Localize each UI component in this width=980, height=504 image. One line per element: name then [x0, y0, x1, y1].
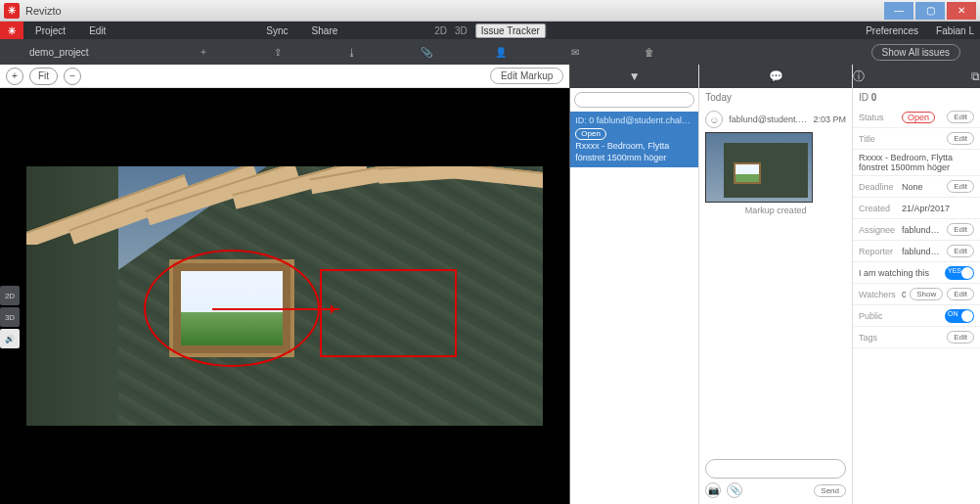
issue-id-line: ID: 0 fablund@student.chal…: [575, 115, 693, 127]
zoom-out-button[interactable]: −: [64, 68, 81, 85]
add-icon[interactable]: ＋: [196, 44, 211, 60]
trash-icon[interactable]: 🗑: [642, 44, 657, 60]
window-maximize-button[interactable]: ▢: [915, 2, 945, 20]
issue-card[interactable]: ID: 0 fablund@student.chal… Open Rxxxx -…: [570, 112, 698, 167]
breadcrumb[interactable]: demo_project: [0, 47, 89, 58]
menu-project[interactable]: Project: [23, 22, 77, 39]
date-header: Today: [699, 88, 852, 107]
watching-toggle[interactable]: YES: [945, 266, 974, 280]
thread-thumbnail[interactable]: [705, 132, 813, 203]
tags-edit-button[interactable]: Edit: [947, 331, 974, 344]
watchers-edit-button[interactable]: Edit: [947, 288, 974, 300]
menu-preferences[interactable]: Preferences: [866, 25, 918, 36]
markup-rectangle: [320, 269, 457, 357]
brand-logo[interactable]: ✳: [0, 22, 23, 39]
status-edit-button[interactable]: Edit: [947, 111, 974, 123]
issue-title: Rxxxx - Bedroom, Flytta fönstret 1500mm …: [575, 141, 693, 163]
view-2d-toggle[interactable]: 2D: [0, 286, 20, 305]
mail-icon[interactable]: ✉: [567, 44, 583, 60]
issue-tracker-tab[interactable]: Issue Tracker: [475, 23, 546, 38]
menu-share[interactable]: Share: [300, 22, 350, 39]
deadline-label: Deadline: [859, 182, 898, 192]
issue-status-pill: Open: [575, 128, 606, 140]
status-value: Open: [902, 112, 935, 123]
public-toggle[interactable]: ON: [945, 309, 974, 323]
assignee-edit-button[interactable]: Edit: [947, 223, 974, 236]
thread-time: 2:03 PM: [813, 115, 846, 124]
menu-edit[interactable]: Edit: [77, 22, 117, 39]
watching-label: I am watching this: [859, 268, 941, 278]
assignee-label: Assignee: [859, 225, 898, 235]
status-label: Status: [859, 113, 898, 122]
view-3d-toggle[interactable]: 3D: [0, 307, 20, 327]
app-brand-glyph: ✳: [8, 5, 16, 16]
chat-icon[interactable]: 💬: [769, 69, 783, 83]
camera-icon[interactable]: 📷: [705, 482, 721, 498]
reporter-value: fablund@student.chalmers.se: [902, 247, 943, 256]
assign-icon[interactable]: 👤: [493, 44, 509, 60]
send-button[interactable]: Send: [814, 484, 846, 497]
view-sound-toggle[interactable]: 🔊: [0, 329, 20, 348]
viewer-pane: + Fit − Edit Markup 2D 3D 🔊: [0, 65, 569, 504]
thread-user: fablund@student.chal…: [729, 115, 807, 124]
right-panel: ▼ ID: 0 fablund@student.chal… Open Rxxxx…: [569, 65, 980, 504]
watchers-show-button[interactable]: Show: [910, 288, 943, 300]
issue-search-input[interactable]: [574, 92, 694, 108]
window-titlebar: ✳ Revizto — ▢ ✕: [0, 0, 980, 22]
created-value: 21/Apr/2017: [902, 204, 974, 213]
window-title: Revizto: [25, 5, 62, 17]
menu-bar: ✳ Project Edit Sync Share 2D 3D Issue Tr…: [0, 22, 980, 39]
detail-id-header: ID 0: [853, 88, 980, 107]
3d-scene[interactable]: [26, 166, 543, 426]
deadline-edit-button[interactable]: Edit: [947, 180, 974, 193]
markup-arrow: [212, 308, 339, 310]
public-label: Public: [859, 311, 898, 321]
created-label: Created: [859, 204, 898, 213]
show-all-issues-button[interactable]: Show All issues: [871, 44, 960, 61]
title-value: Rxxxx - Bedroom, Flytta fönstret 1500mm …: [859, 153, 974, 172]
title-edit-button[interactable]: Edit: [947, 132, 974, 145]
filter-icon[interactable]: ▼: [629, 69, 641, 83]
message-input[interactable]: [705, 459, 846, 479]
tags-label: Tags: [859, 333, 898, 343]
thumb-caption: Markup created: [699, 203, 852, 218]
watchers-label: Watchers: [859, 290, 898, 299]
title-label: Title: [859, 134, 898, 144]
reporter-label: Reporter: [859, 247, 898, 256]
current-user[interactable]: Fabian L: [936, 25, 974, 36]
window-close-button[interactable]: ✕: [947, 2, 976, 20]
mode-2d[interactable]: 2D: [434, 25, 447, 36]
zoom-in-button[interactable]: +: [6, 68, 23, 85]
watchers-value: 0: [902, 290, 906, 299]
window-minimize-button[interactable]: —: [884, 2, 913, 20]
app-icon: ✳: [4, 3, 20, 19]
edit-markup-button[interactable]: Edit Markup: [490, 68, 563, 84]
avatar: ☺: [705, 111, 723, 128]
reporter-edit-button[interactable]: Edit: [947, 245, 974, 257]
fit-button[interactable]: Fit: [29, 68, 58, 85]
popout-icon[interactable]: ⧉: [971, 69, 980, 83]
info-icon[interactable]: ⓘ: [853, 69, 865, 85]
download-icon[interactable]: ⭳: [344, 44, 360, 60]
toolbar: demo_project ＋ ⇪ ⭳ 📎 👤 ✉ 🗑 Show All issu…: [0, 39, 980, 65]
assignee-value: fablund@student.chalmers.se: [902, 225, 943, 235]
attach-icon[interactable]: 📎: [419, 44, 434, 60]
attach-message-icon[interactable]: 📎: [727, 482, 742, 498]
mode-3d[interactable]: 3D: [455, 25, 468, 36]
menu-sync[interactable]: Sync: [254, 22, 299, 39]
deadline-value: None: [902, 182, 943, 192]
export-icon[interactable]: ⇪: [270, 44, 286, 60]
